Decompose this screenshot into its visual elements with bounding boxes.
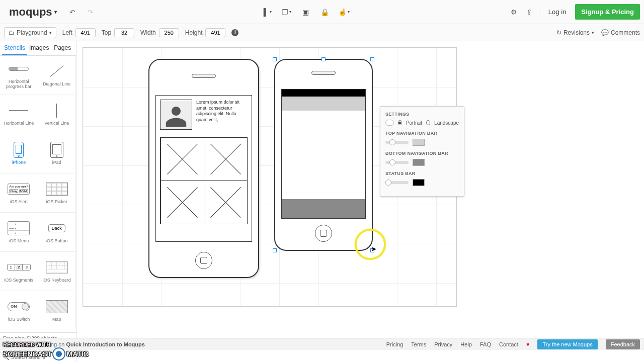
canvas[interactable]: Lorem ipsum dolor sit amet, consectetur … [83, 47, 457, 307]
heart-icon: ♥ [526, 341, 530, 347]
working-on-text: Working on Quick Introduction to Moqups [37, 341, 145, 347]
export-icon[interactable]: ⇪ [524, 7, 535, 18]
footer-link[interactable]: FAQ [480, 341, 491, 347]
left-input[interactable] [75, 28, 96, 37]
phone-speaker [311, 71, 336, 75]
top-input[interactable] [114, 28, 134, 37]
left-label: Left [62, 29, 72, 36]
tab-stencils[interactable]: Stencils [2, 41, 27, 55]
try-new-button[interactable]: Try the new Moqups [537, 339, 597, 349]
width-input[interactable] [159, 28, 179, 37]
image-placeholder [160, 137, 204, 181]
lock-icon[interactable]: 🔒 [319, 6, 331, 18]
chevron-down-icon: ▾ [54, 9, 57, 15]
bottomnav-color[interactable] [413, 159, 425, 166]
revisions-label: Revisions [564, 29, 590, 36]
statusbar-color[interactable] [413, 179, 425, 186]
gear-icon[interactable]: ⚙ [509, 7, 520, 18]
toggle[interactable] [385, 120, 394, 126]
footer-link[interactable]: Terms [411, 341, 426, 347]
stencil-v-line[interactable]: Vertical Line [38, 95, 76, 134]
stencil-ipad[interactable]: iPad [38, 134, 76, 173]
history-icon: ↻ [556, 29, 561, 36]
stencil-ios-keyboard[interactable]: iOS Keyboard [38, 252, 76, 291]
footer-link[interactable]: Contact [499, 341, 518, 347]
page-dropdown-label: Playground [17, 29, 47, 36]
redo-icon[interactable]: ↷ [85, 7, 96, 18]
statusbar-title: STATUS BAR [385, 171, 459, 176]
height-input[interactable] [205, 28, 225, 37]
image-placeholder [204, 137, 248, 181]
topnav-region [282, 97, 365, 111]
resize-handle[interactable] [370, 248, 374, 252]
stencil-ios-picker[interactable]: iOS Picker [38, 173, 76, 213]
stencil-ios-switch[interactable]: ONiOS Switch [0, 291, 38, 330]
mock-phone-1[interactable]: Lorem ipsum dolor sit amet, consectetur … [148, 59, 259, 278]
undo-icon[interactable]: ↶ [67, 7, 78, 18]
bottomnav-slider[interactable] [385, 161, 409, 164]
topnav-slider[interactable] [385, 141, 409, 144]
public-badge: 🔓PUBLIC [4, 341, 34, 347]
stencil-h-line[interactable]: Horizontal Line [0, 95, 38, 134]
login-button[interactable]: Log in [543, 4, 571, 20]
footer-link[interactable]: Pricing [386, 341, 404, 347]
landscape-label: Landscape [434, 120, 459, 126]
unlock-icon: 🔓 [4, 341, 11, 347]
chevron-down-icon: ▾ [49, 30, 52, 35]
lorem-text: Lorem ipsum dolor sit amet, consectetur … [196, 100, 248, 130]
radio-portrait[interactable] [398, 120, 402, 125]
revisions-button[interactable]: ↻Revisions▾ [556, 29, 594, 36]
stencil-ios-alert[interactable]: Are you sure?OkayNVM!iOS Alert [0, 173, 38, 213]
topnav-color[interactable] [413, 139, 425, 146]
comment-icon: 💬 [601, 29, 609, 36]
resize-handle[interactable] [273, 248, 277, 252]
radio-landscape[interactable] [426, 120, 430, 125]
sitemap-icon: 🗀 [9, 29, 15, 36]
comments-button[interactable]: 💬Comments [601, 29, 640, 36]
stencil-diag-line[interactable]: Diagonal Line [38, 56, 76, 95]
avatar-placeholder [160, 100, 192, 130]
footer-link[interactable]: Privacy [434, 341, 452, 347]
image-grid [160, 137, 248, 224]
search-icon: 🔍 [3, 354, 9, 360]
align-button[interactable]: ▌▾ [262, 6, 274, 18]
stencil-h-progress[interactable]: Horizontal progress bar [0, 56, 38, 95]
stencil-iphone[interactable]: iPhone [0, 134, 38, 173]
resize-handle[interactable] [321, 57, 326, 61]
image-placeholder [204, 180, 248, 224]
bottomnav-region [282, 199, 365, 218]
app-logo-text: moqups [9, 6, 52, 19]
arrange-button[interactable]: ❐▾ [281, 6, 293, 18]
image-placeholder [160, 180, 204, 224]
project-name: Quick Introduction to Moqups [66, 341, 144, 347]
stencil-map[interactable]: Map [38, 291, 76, 330]
home-button-icon [195, 252, 212, 269]
tab-images[interactable]: Images [27, 41, 51, 55]
resize-handle[interactable] [370, 57, 374, 61]
stencil-ios-segments[interactable]: 123iOS Segments [0, 252, 38, 291]
page-dropdown[interactable]: 🗀 Playground ▾ [4, 27, 56, 38]
bottomnav-title: BOTTOM NAVIGATION BAR [385, 151, 459, 156]
stencil-ios-button[interactable]: BackiOS Button [38, 213, 76, 252]
statusbar-slider[interactable] [385, 181, 409, 184]
footer-link[interactable]: Help [460, 341, 472, 347]
tab-pages[interactable]: Pages [51, 41, 74, 55]
resize-handle[interactable] [273, 57, 277, 61]
divider [539, 7, 539, 18]
phone-speaker [192, 74, 216, 78]
screen-body [282, 111, 365, 199]
feedback-button[interactable]: Feedback [606, 339, 640, 349]
mock-phone-2-selected[interactable] [274, 59, 373, 251]
stencil-ios-menu[interactable]: —— ›—— ›—— ›iOS Menu [0, 213, 38, 252]
height-label: Height [185, 29, 203, 36]
width-label: Width [140, 29, 156, 36]
search-stencils-input[interactable] [11, 354, 75, 360]
comments-label: Comments [611, 29, 640, 36]
signup-button[interactable]: Signup & Pricing [575, 4, 640, 20]
app-logo[interactable]: moqups ▾ [4, 6, 62, 19]
group-button[interactable]: ▣ [300, 6, 312, 18]
topnav-title: TOP NAVIGATION BAR [385, 131, 459, 136]
info-icon[interactable]: i [231, 29, 238, 36]
home-button-icon [315, 225, 332, 242]
interact-button[interactable]: ☝▾ [338, 6, 350, 18]
